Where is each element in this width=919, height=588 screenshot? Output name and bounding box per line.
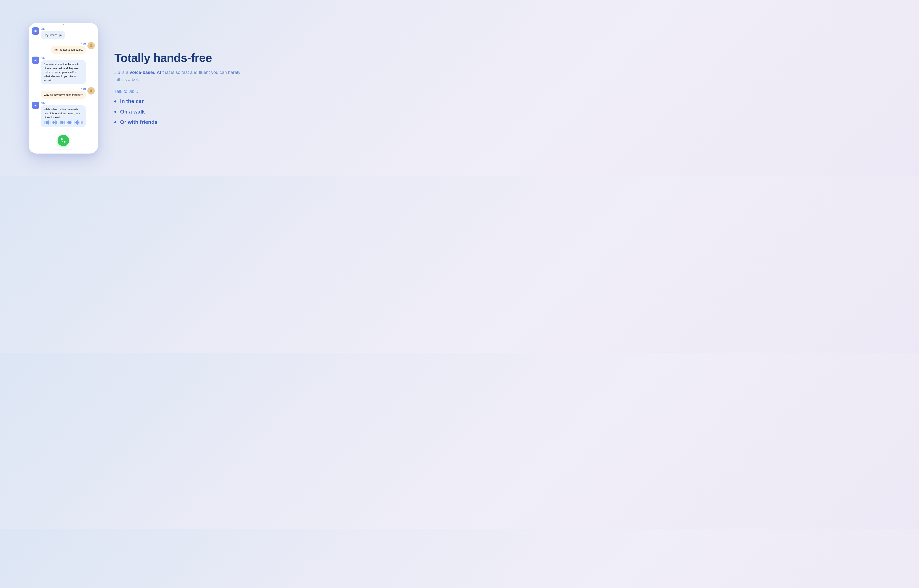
message-row: Jib Hey, what's up? <box>32 27 95 39</box>
message-row-5: Jib While other marine mammals use blubb… <box>32 102 95 127</box>
call-button[interactable] <box>58 135 69 146</box>
bullet-dot-walk <box>115 111 116 113</box>
subtitle: Jib is a voice-based AI that is so fast … <box>115 69 247 83</box>
svg-rect-17 <box>37 105 37 106</box>
main-title: Totally hands-free <box>115 51 247 65</box>
msg-content-3: Jib Sea otters have the thickest fur of … <box>41 57 86 84</box>
sender-name-jib-2: Jib <box>41 57 86 60</box>
phone-bottom-bar <box>29 132 98 153</box>
sender-name-jib-1: Jib <box>41 27 65 31</box>
bullet-list: In the car On a walk Or with friends <box>115 98 247 125</box>
svg-rect-10 <box>36 59 36 61</box>
sender-name-jib-3: Jib <box>41 102 86 105</box>
svg-rect-3 <box>36 31 36 32</box>
bullet-dot-car <box>115 100 116 102</box>
chat-area: Jib Hey, what's up? You Tell me about se… <box>29 25 98 132</box>
svg-rect-16 <box>36 104 36 106</box>
jib-avatar <box>32 27 39 35</box>
talk-label: Talk to Jib... <box>115 89 247 94</box>
user-avatar-1 <box>87 42 95 49</box>
svg-rect-7 <box>34 60 34 61</box>
svg-point-12 <box>90 89 92 90</box>
home-indicator <box>53 149 74 149</box>
waveform <box>44 120 83 125</box>
subtitle-plain: Jib is a <box>115 70 130 75</box>
jib-avatar-2 <box>32 57 39 64</box>
sender-name-you-1: You <box>81 42 86 45</box>
svg-rect-14 <box>35 105 35 106</box>
phone-status-bar <box>29 23 98 25</box>
svg-rect-15 <box>36 105 36 106</box>
svg-point-6 <box>90 44 92 45</box>
bullet-dot-friends <box>115 121 116 123</box>
phone-mockup: Jib Hey, what's up? You Tell me about se… <box>29 23 98 153</box>
svg-rect-9 <box>36 60 36 61</box>
page-container: Jib Hey, what's up? You Tell me about se… <box>0 0 276 176</box>
bubble-5-text: While other marine mammals use blubber t… <box>44 108 80 119</box>
bubble-2: Tell me about sea otters. <box>51 46 86 54</box>
svg-rect-1 <box>34 31 34 32</box>
message-row-4: You Why do they have such thick fur? <box>32 87 95 99</box>
bubble-4: Why do they have such thick fur? <box>41 91 86 99</box>
svg-rect-2 <box>35 30 35 32</box>
right-content: Totally hands-free Jib is a voice-based … <box>115 51 247 125</box>
user-avatar-2 <box>87 87 95 95</box>
bubble-1: Hey, what's up? <box>41 31 65 39</box>
message-row-2: You Tell me about sea otters. <box>32 42 95 54</box>
msg-content-2: You Tell me about sea otters. <box>51 42 86 54</box>
message-row-3: Jib Sea otters have the thickest fur of … <box>32 57 95 84</box>
svg-rect-11 <box>37 60 37 61</box>
jib-avatar-3 <box>32 102 39 109</box>
bullet-item-walk: On a walk <box>115 108 247 115</box>
msg-content-4: You Why do they have such thick fur? <box>41 87 86 99</box>
status-dot <box>63 24 64 25</box>
svg-rect-5 <box>37 31 37 32</box>
bullet-text-friends: Or with friends <box>120 119 157 125</box>
bullet-text-walk: On a walk <box>120 108 145 115</box>
msg-content-5: Jib While other marine mammals use blubb… <box>41 102 86 127</box>
svg-rect-8 <box>35 60 35 61</box>
bubble-5: While other marine mammals use blubber t… <box>41 105 86 127</box>
bubble-3: Sea otters have the thickest fur of any … <box>41 60 86 84</box>
bullet-item-friends: Or with friends <box>115 119 247 125</box>
svg-rect-4 <box>36 30 36 32</box>
svg-rect-13 <box>34 105 34 106</box>
sender-name-you-2: You <box>81 87 86 90</box>
subtitle-bold: voice-based AI <box>130 70 161 75</box>
bullet-text-car: In the car <box>120 98 144 105</box>
msg-content-1: Jib Hey, what's up? <box>41 27 65 39</box>
bullet-item-car: In the car <box>115 98 247 105</box>
